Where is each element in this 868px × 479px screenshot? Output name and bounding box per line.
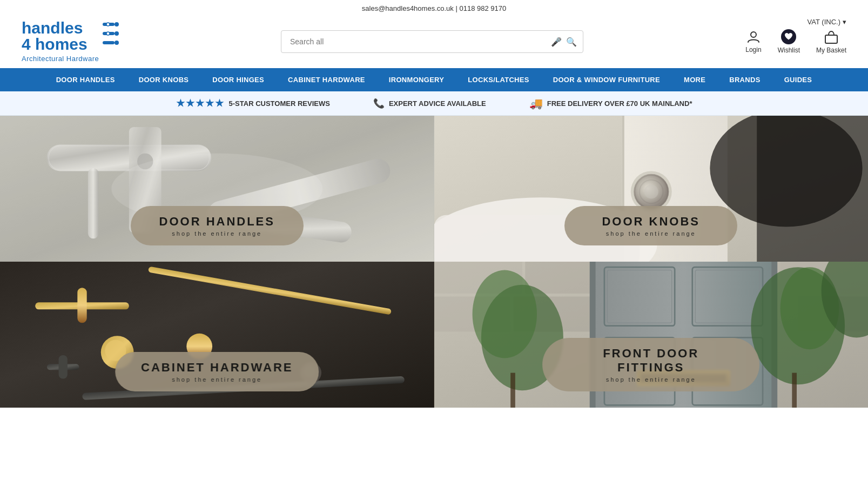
contact-phone[interactable]: 0118 982 9170 xyxy=(459,4,506,12)
logo-subtitle: Architectural Hardware xyxy=(22,55,99,63)
svg-point-3 xyxy=(115,31,119,36)
svg-point-5 xyxy=(115,41,119,45)
top-bar: sales@handles4homes.co.uk | 0118 982 917… xyxy=(0,0,868,15)
expert-advice-badge: 📞 EXPERT ADVICE AVAILABLE xyxy=(373,98,486,109)
user-icon xyxy=(746,30,761,44)
nav-cabinet-hardware[interactable]: CABINET HARDWARE xyxy=(276,68,377,91)
basket-icon xyxy=(824,29,839,44)
svg-rect-39 xyxy=(59,355,68,378)
cabinet-hardware-label[interactable]: CABINET HARDWARE shop the entire range xyxy=(115,352,319,391)
header-actions: Login Wishlist My Basket xyxy=(745,29,846,54)
svg-rect-34 xyxy=(77,288,86,323)
logo-handle-icon xyxy=(92,20,119,52)
svg-point-7 xyxy=(106,32,110,35)
basket-button[interactable]: My Basket xyxy=(816,29,846,54)
truck-icon: 🚚 xyxy=(529,97,543,110)
nav-locks-latches[interactable]: LOCKS/LATCHES xyxy=(456,68,541,91)
svg-rect-29 xyxy=(757,116,868,262)
svg-point-8 xyxy=(751,32,756,37)
phone-icon: 📞 xyxy=(373,98,385,109)
nav-ironmongery[interactable]: IRONMONGERY xyxy=(377,68,456,91)
svg-point-1 xyxy=(115,22,119,26)
product-tile-door-knobs[interactable]: DOOR KNOBS shop the entire range xyxy=(434,116,869,262)
svg-point-27 xyxy=(644,184,658,198)
svg-rect-9 xyxy=(825,35,837,43)
product-grid: DOOR HANDLES shop the entire range xyxy=(0,116,868,408)
nav-door-handles[interactable]: DOOR HANDLES xyxy=(44,68,127,91)
search-bar[interactable]: 🎤 🔍 xyxy=(281,30,583,53)
nav-door-hinges[interactable]: DOOR HINGES xyxy=(200,68,276,91)
delivery-badge: 🚚 FREE DELIVERY OVER £70 UK MAINLAND* xyxy=(529,97,692,110)
microphone-icon[interactable]: 🎤 xyxy=(551,36,562,46)
nav-door-knobs[interactable]: DOOR KNOBS xyxy=(127,68,201,91)
product-tile-front-door-fittings[interactable]: FRONT DOOR FITTINGS shop the entire rang… xyxy=(434,262,869,408)
nav-guides[interactable]: GUIDES xyxy=(772,68,824,91)
door-knobs-label[interactable]: DOOR KNOBS shop the entire range xyxy=(564,206,737,245)
wishlist-icon xyxy=(781,29,796,44)
contact-email[interactable]: sales@handles4homes.co.uk xyxy=(362,4,454,12)
svg-rect-68 xyxy=(792,373,797,408)
logo-4homes: 4 homes xyxy=(22,36,88,52)
logo[interactable]: handles 4 homes xyxy=(22,20,119,63)
product-tile-cabinet-hardware[interactable]: CABINET HARDWARE shop the entire range xyxy=(0,262,434,408)
product-tile-door-handles[interactable]: DOOR HANDLES shop the entire range xyxy=(0,116,434,262)
svg-point-6 xyxy=(106,23,110,26)
svg-rect-69 xyxy=(510,373,515,408)
stars-icon: ★★★★★ xyxy=(176,97,225,109)
door-handles-label[interactable]: DOOR HANDLES shop the entire range xyxy=(131,206,304,245)
svg-point-67 xyxy=(472,270,536,358)
nav-door-window[interactable]: DOOR & WINDOW FURNITURE xyxy=(541,68,672,91)
vat-selector[interactable]: VAT (INC.) ▾ xyxy=(808,18,846,26)
login-button[interactable]: Login xyxy=(745,30,761,54)
logo-handles: handles xyxy=(22,20,88,36)
site-header: handles 4 homes xyxy=(0,15,868,68)
search-input[interactable] xyxy=(281,30,583,53)
nav-brands[interactable]: BRANDS xyxy=(717,68,772,91)
main-nav: DOOR HANDLES DOOR KNOBS DOOR HINGES CABI… xyxy=(0,68,868,91)
wishlist-button[interactable]: Wishlist xyxy=(778,29,800,54)
info-bar: ★★★★★ 5-STAR CUSTOMER REVIEWS 📞 EXPERT A… xyxy=(0,91,868,116)
front-door-label[interactable]: FRONT DOOR FITTINGS shop the entire rang… xyxy=(542,338,759,391)
nav-more[interactable]: MORE xyxy=(672,68,717,91)
reviews-badge: ★★★★★ 5-STAR CUSTOMER REVIEWS xyxy=(176,97,330,109)
search-icon[interactable]: 🔍 xyxy=(566,36,577,46)
svg-rect-4 xyxy=(103,41,115,44)
